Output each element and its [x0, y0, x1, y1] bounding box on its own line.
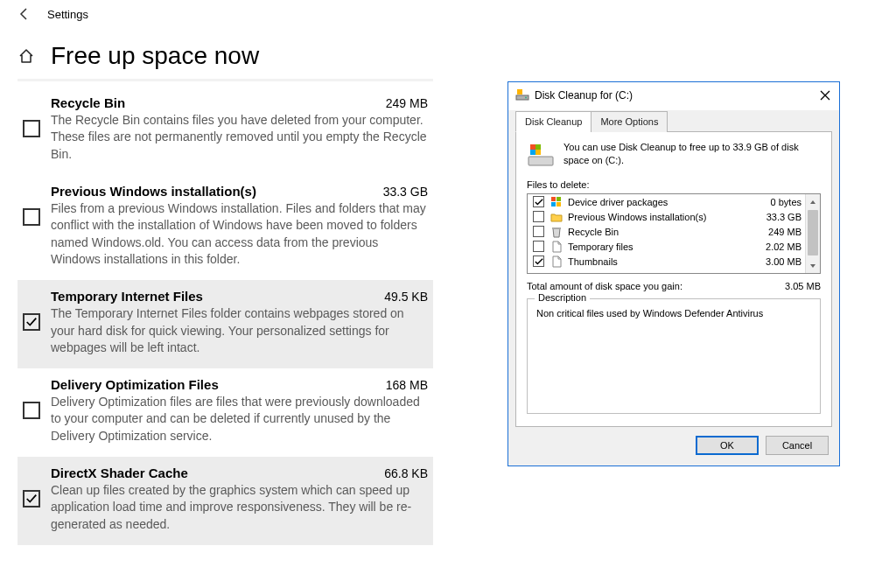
list-item[interactable]: Delivery Optimization Files168 MBDeliver…: [18, 368, 433, 457]
back-arrow-icon[interactable]: [18, 7, 32, 21]
summary-row: You can use Disk Cleanup to free up to 3…: [527, 141, 821, 169]
item-description: Clean up files created by the graphics s…: [51, 482, 428, 533]
item-body: Delivery Optimization Files168 MBDeliver…: [51, 377, 428, 444]
cleanup-item-list: Recycle Bin249 MBThe Recycle Bin contain…: [18, 87, 433, 545]
svg-rect-8: [536, 150, 541, 155]
svg-rect-6: [536, 144, 541, 150]
svg-rect-9: [551, 197, 556, 201]
file-type-icon: [550, 210, 563, 223]
file-name: Recycle Bin: [568, 227, 758, 237]
item-size: 249 MB: [386, 96, 428, 110]
file-type-icon: [550, 255, 563, 268]
tab-disk-cleanup[interactable]: Disk Cleanup: [515, 111, 592, 132]
item-title: Temporary Internet Files: [51, 289, 203, 304]
scroll-thumb[interactable]: [808, 210, 818, 256]
scroll-down-icon[interactable]: [806, 258, 820, 273]
files-scrollarea[interactable]: Device driver packages0 bytesPrevious Wi…: [528, 194, 805, 273]
dialog-tabs: Disk Cleanup More Options: [515, 110, 832, 132]
checkbox[interactable]: [23, 402, 40, 419]
files-to-delete-label: Files to delete:: [527, 179, 821, 190]
file-name: Temporary files: [568, 242, 755, 252]
tab-page: You can use Disk Cleanup to free up to 3…: [515, 132, 832, 427]
ok-button[interactable]: OK: [696, 436, 759, 455]
item-description: Delivery Optimization files are files th…: [51, 394, 428, 444]
item-size: 168 MB: [386, 378, 428, 392]
settings-label: Settings: [47, 8, 88, 21]
svg-rect-3: [528, 157, 553, 165]
file-size: 249 MB: [768, 227, 802, 237]
file-row[interactable]: Previous Windows installation(s)33.3 GB: [528, 209, 805, 224]
item-title: DirectX Shader Cache: [51, 466, 188, 480]
svg-point-2: [525, 97, 527, 99]
top-bar: Settings: [18, 7, 433, 21]
settings-panel: Settings Free up space now Recycle Bin24…: [18, 7, 433, 545]
file-type-icon: [550, 195, 563, 208]
checkbox[interactable]: [533, 196, 544, 207]
file-row[interactable]: Device driver packages0 bytes: [528, 194, 805, 209]
checkbox[interactable]: [533, 226, 544, 237]
checkbox[interactable]: [23, 208, 40, 226]
dialog-titlebar[interactable]: Disk Cleanup for (C:): [508, 82, 839, 108]
item-description: The Recycle Bin contains files you have …: [51, 112, 428, 163]
item-description: Files from a previous Windows installati…: [51, 200, 428, 268]
cancel-button[interactable]: Cancel: [766, 436, 829, 455]
drive-large-icon: [527, 141, 555, 169]
total-value: 3.05 MB: [785, 281, 821, 291]
item-title: Recycle Bin: [51, 95, 125, 110]
file-size: 0 bytes: [771, 197, 802, 207]
item-body: Temporary Internet Files49.5 KBThe Tempo…: [51, 289, 428, 356]
item-body: Previous Windows installation(s)33.3 GBF…: [51, 184, 428, 268]
drive-icon: [515, 88, 529, 103]
dialog-body: Disk Cleanup More Options You can use Di…: [508, 110, 839, 466]
item-description: The Temporary Internet Files folder cont…: [51, 305, 428, 356]
svg-rect-12: [556, 202, 561, 206]
divider: [18, 79, 433, 81]
file-size: 3.00 MB: [766, 256, 802, 267]
list-item[interactable]: Recycle Bin249 MBThe Recycle Bin contain…: [18, 87, 433, 175]
item-body: Recycle Bin249 MBThe Recycle Bin contain…: [51, 95, 428, 163]
item-body: DirectX Shader Cache66.8 KBClean up file…: [51, 466, 428, 533]
svg-rect-10: [556, 197, 561, 201]
home-icon[interactable]: [18, 47, 35, 65]
description-body: Non critical files used by Windows Defen…: [536, 308, 811, 404]
dialog-title: Disk Cleanup for (C:): [535, 89, 811, 102]
item-title: Previous Windows installation(s): [51, 184, 256, 199]
file-size: 33.3 GB: [766, 212, 802, 222]
checkbox[interactable]: [533, 211, 544, 222]
file-row[interactable]: Thumbnails3.00 MB: [528, 254, 805, 269]
file-name: Previous Windows installation(s): [568, 212, 756, 222]
file-row[interactable]: Temporary files2.02 MB: [528, 239, 805, 254]
checkbox[interactable]: [23, 120, 40, 137]
item-title: Delivery Optimization Files: [51, 377, 219, 392]
svg-rect-5: [530, 144, 536, 150]
item-size: 49.5 KB: [384, 290, 428, 304]
checkbox[interactable]: [23, 490, 40, 508]
checkbox[interactable]: [533, 256, 544, 267]
checkbox[interactable]: [533, 241, 544, 252]
total-row: Total amount of disk space you gain: 3.0…: [527, 281, 821, 291]
close-icon[interactable]: [816, 90, 834, 101]
title-row: Free up space now: [18, 42, 433, 70]
list-item[interactable]: Previous Windows installation(s)33.3 GBF…: [18, 175, 433, 280]
svg-rect-11: [551, 202, 556, 206]
svg-rect-1: [517, 89, 522, 94]
page-title: Free up space now: [51, 42, 259, 70]
list-item[interactable]: Temporary Internet Files49.5 KBThe Tempo…: [18, 280, 433, 368]
file-name: Thumbnails: [568, 256, 755, 267]
file-size: 2.02 MB: [766, 242, 802, 252]
file-row[interactable]: Recycle Bin249 MB: [528, 224, 805, 239]
total-label: Total amount of disk space you gain:: [527, 281, 682, 291]
description-group: Description Non critical files used by W…: [527, 298, 821, 414]
file-type-icon: [550, 225, 563, 238]
list-item[interactable]: DirectX Shader Cache66.8 KBClean up file…: [18, 457, 433, 545]
item-size: 66.8 KB: [384, 466, 428, 480]
description-title: Description: [535, 292, 590, 303]
item-size: 33.3 GB: [383, 185, 428, 199]
file-name: Device driver packages: [568, 197, 760, 207]
tab-more-options[interactable]: More Options: [591, 111, 668, 132]
disk-cleanup-dialog: Disk Cleanup for (C:) Disk Cleanup More …: [508, 81, 840, 466]
checkbox[interactable]: [23, 313, 40, 331]
scroll-up-icon[interactable]: [806, 194, 820, 209]
file-type-icon: [550, 240, 563, 253]
scrollbar[interactable]: [805, 194, 820, 273]
